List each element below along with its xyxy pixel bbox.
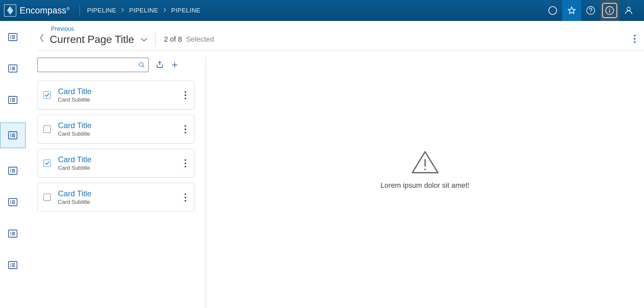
svg-point-36 (10, 265, 11, 265)
left-nav-rail (0, 21, 26, 308)
card-body: Card Title Card Subtitle (58, 121, 176, 137)
info-button[interactable] (600, 0, 619, 21)
svg-point-11 (10, 67, 11, 67)
search-field[interactable] (37, 58, 149, 72)
search-input[interactable] (41, 58, 138, 72)
breadcrumb: PIPELINE PIPELINE PIPELINE (87, 7, 201, 14)
nav-rail-item[interactable] (0, 256, 26, 274)
card-actions-menu-button[interactable] (183, 192, 188, 203)
card-title: Card Title (58, 189, 176, 198)
svg-point-13 (10, 69, 11, 70)
svg-point-39 (424, 169, 426, 170)
svg-point-20 (10, 135, 11, 136)
list-icon (8, 166, 18, 175)
export-button[interactable] (155, 60, 164, 69)
list-icon (8, 131, 18, 140)
page-header: Previous Current Page Title 2 of 8 Selec… (37, 21, 644, 50)
card-subtitle: Card Subtitle (58, 131, 176, 137)
favorite-button[interactable] (562, 0, 581, 21)
search-icon[interactable] (138, 62, 145, 68)
card-list: Card Title Card Subtitle Card Title Card… (37, 81, 196, 212)
svg-point-38 (139, 63, 143, 67)
svg-point-31 (10, 232, 11, 233)
svg-point-5 (627, 7, 630, 10)
card-checkbox[interactable] (44, 125, 51, 133)
status-circle-icon[interactable] (543, 0, 562, 21)
list-icon (8, 198, 18, 206)
card-subtitle: Card Subtitle (58, 199, 176, 205)
svg-point-37 (10, 266, 11, 267)
card-subtitle: Card Subtitle (58, 165, 176, 171)
chevron-right-icon (121, 7, 124, 14)
list-panel: Card Title Card Subtitle Card Title Card… (37, 58, 206, 308)
brand-name: Encompass® (20, 6, 70, 16)
nav-rail-item[interactable] (0, 91, 26, 109)
card-title: Card Title (58, 87, 176, 96)
card-title: Card Title (58, 155, 176, 164)
list-card[interactable]: Card Title Card Subtitle (37, 81, 194, 109)
main-content: Previous Current Page Title 2 of 8 Selec… (26, 21, 644, 308)
breadcrumb-item[interactable]: PIPELINE (129, 7, 158, 14)
nav-rail-item[interactable] (0, 60, 26, 77)
card-actions-menu-button[interactable] (183, 90, 188, 101)
card-body: Card Title Card Subtitle (58, 155, 176, 171)
svg-point-7 (10, 35, 11, 36)
svg-point-24 (10, 170, 11, 171)
nav-rail-item[interactable] (0, 28, 26, 46)
card-subtitle: Card Subtitle (58, 97, 176, 103)
page-actions-menu-button[interactable] (632, 31, 637, 46)
svg-point-15 (10, 98, 11, 99)
selection-count: 2 of 8 Selected (164, 35, 214, 44)
card-checkbox[interactable] (44, 160, 51, 167)
nav-rail-item[interactable] (0, 193, 26, 211)
breadcrumb-item[interactable]: PIPELINE (87, 7, 116, 14)
card-body: Card Title Card Subtitle (58, 87, 176, 103)
list-icon (8, 261, 18, 269)
card-checkbox[interactable] (44, 194, 51, 201)
svg-point-28 (10, 202, 11, 202)
brand-block: Encompass® (4, 4, 70, 17)
nav-rail-item[interactable] (0, 123, 26, 148)
svg-point-32 (10, 233, 11, 234)
help-button[interactable] (581, 0, 600, 21)
list-icon (8, 64, 18, 73)
divider (155, 32, 155, 46)
list-card[interactable]: Card Title Card Subtitle (37, 115, 194, 144)
divider (80, 5, 80, 16)
card-actions-menu-button[interactable] (183, 124, 188, 135)
breadcrumb-item[interactable]: PIPELINE (171, 7, 201, 14)
svg-point-8 (10, 37, 11, 37)
list-card[interactable]: Card Title Card Subtitle (37, 183, 194, 212)
svg-point-12 (10, 68, 11, 69)
card-body: Card Title Card Subtitle (58, 189, 176, 205)
svg-point-19 (10, 134, 11, 134)
page-title: Current Page Title (50, 33, 134, 46)
svg-point-29 (10, 203, 11, 204)
svg-point-16 (10, 100, 11, 100)
card-checkbox[interactable] (44, 91, 51, 99)
svg-point-33 (10, 235, 11, 235)
detail-message: Lorem ipsum dolor sit amet! (381, 181, 469, 190)
card-actions-menu-button[interactable] (183, 158, 188, 169)
top-bar: Encompass® PIPELINE PIPELINE PIPELINE (0, 0, 644, 21)
svg-point-4 (609, 9, 610, 10)
svg-point-21 (10, 136, 11, 137)
list-icon (8, 96, 18, 104)
chevron-right-icon (163, 7, 167, 14)
add-button[interactable] (171, 61, 179, 69)
title-dropdown-button[interactable] (140, 35, 148, 43)
svg-point-17 (10, 101, 11, 102)
nav-rail-item[interactable] (0, 225, 26, 242)
previous-link[interactable]: Previous (51, 26, 214, 32)
svg-point-35 (10, 263, 11, 264)
back-button[interactable] (37, 29, 46, 43)
svg-point-23 (10, 169, 11, 170)
svg-point-27 (10, 201, 11, 201)
nav-rail-item[interactable] (0, 162, 26, 180)
warning-icon (410, 150, 440, 177)
user-profile-button[interactable] (619, 0, 638, 21)
svg-point-2 (590, 12, 591, 13)
list-card[interactable]: Card Title Card Subtitle (37, 149, 194, 178)
brand-logo-icon (4, 4, 16, 17)
card-title: Card Title (58, 121, 176, 130)
